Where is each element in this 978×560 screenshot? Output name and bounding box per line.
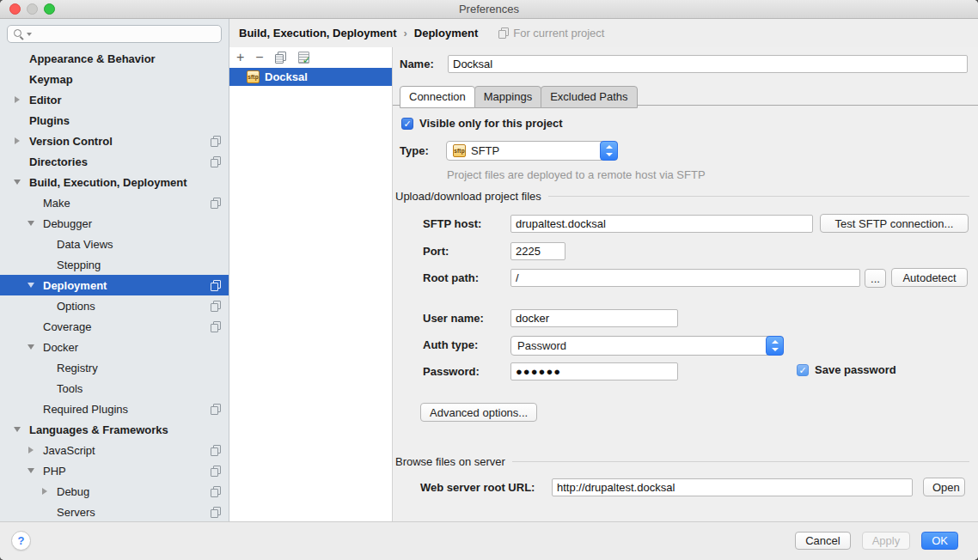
sidebar-item-editor[interactable]: Editor	[0, 89, 229, 110]
sidebar-item-debug[interactable]: Debug	[0, 481, 229, 502]
chevron-down-icon[interactable]	[14, 427, 21, 432]
sidebar-item-version-control[interactable]: Version Control	[0, 131, 229, 151]
dropdown-stepper-icon[interactable]	[600, 141, 618, 161]
sidebar-item-directories[interactable]: Directories	[0, 151, 229, 172]
chevron-down-icon[interactable]	[28, 468, 34, 473]
project-scope-icon	[211, 486, 221, 497]
sidebar-item-docker[interactable]: Docker	[0, 337, 229, 357]
search-options-caret-icon[interactable]	[27, 33, 32, 36]
breadcrumb-item[interactable]: Build, Execution, Deployment	[239, 27, 396, 40]
cancel-button[interactable]: Cancel	[795, 532, 850, 550]
project-scope-icon	[211, 321, 221, 332]
sidebar-item-tools[interactable]: Tools	[0, 378, 229, 399]
open-url-button[interactable]: Open	[923, 478, 965, 496]
chevron-right-icon[interactable]	[42, 488, 47, 495]
sidebar-item-label: JavaScript	[43, 444, 95, 457]
password-input[interactable]	[510, 362, 678, 380]
help-button[interactable]: ?	[11, 531, 31, 551]
tab-excluded-paths[interactable]: Excluded Paths	[541, 86, 637, 108]
sidebar-item-label: Stepping	[57, 259, 101, 271]
sidebar-item-languages-frameworks[interactable]: Languages & Frameworks	[0, 419, 229, 440]
root-path-input[interactable]	[510, 269, 860, 287]
sidebar-item-registry[interactable]: Registry	[0, 357, 229, 378]
browse-root-path-button[interactable]: ...	[865, 269, 886, 288]
visible-only-checkbox[interactable]: ✓ Visible only for this project	[401, 117, 563, 130]
sidebar-item-label: Editor	[29, 94, 62, 107]
sidebar-item-label: Debugger	[43, 217, 92, 230]
autodetect-button[interactable]: Autodetect	[891, 268, 968, 287]
user-name-label: User name:	[423, 309, 484, 327]
sidebar-item-plugins[interactable]: Plugins	[0, 110, 229, 131]
chevron-down-icon[interactable]	[28, 221, 34, 226]
ok-button[interactable]: OK	[921, 532, 958, 550]
apply-button[interactable]: Apply	[862, 532, 911, 550]
server-list-item[interactable]: sftp Docksal	[229, 68, 392, 86]
sidebar-item-make[interactable]: Make	[0, 192, 229, 213]
copy-server-button[interactable]	[275, 52, 286, 64]
checkbox-check-icon: ✓	[401, 118, 413, 130]
save-password-checkbox[interactable]: ✓ Save password	[797, 363, 896, 376]
sftp-icon: sftp	[247, 70, 260, 83]
tab-mappings[interactable]: Mappings	[474, 86, 541, 108]
auth-type-label: Auth type:	[423, 336, 478, 354]
sidebar-item-label: Tools	[57, 382, 83, 395]
sidebar-item-label: Build, Execution, Deployment	[29, 176, 186, 189]
connection-tabs: ConnectionMappingsExcluded Paths	[400, 86, 637, 108]
sidebar-item-stepping[interactable]: Stepping	[0, 254, 229, 275]
sftp-host-input[interactable]	[510, 215, 813, 233]
test-sftp-connection-button[interactable]: Test SFTP connection...	[820, 214, 969, 233]
sidebar-item-options[interactable]: Options	[0, 295, 229, 316]
sidebar-item-label: Plugins	[29, 114, 70, 127]
web-server-root-url-input[interactable]	[552, 478, 913, 496]
add-server-button[interactable]: +	[236, 52, 244, 64]
checkbox-check-icon: ✓	[797, 364, 809, 376]
sidebar-item-keymap[interactable]: Keymap	[0, 69, 229, 89]
chevron-right-icon[interactable]	[15, 137, 20, 144]
project-scope-icon	[211, 301, 221, 312]
sidebar-item-label: Servers	[57, 506, 95, 519]
upload-section-header: Upload/download project files	[395, 190, 969, 203]
chevron-right-icon[interactable]	[28, 447, 34, 453]
sidebar-item-servers[interactable]: Servers	[0, 502, 229, 522]
chevron-right-icon[interactable]	[15, 96, 20, 103]
remove-server-button[interactable]: −	[255, 52, 263, 64]
project-scope-icon	[211, 156, 221, 167]
sftp-icon: sftp	[453, 144, 466, 157]
type-dropdown[interactable]: sftp SFTP	[446, 141, 618, 161]
sidebar-item-php[interactable]: PHP	[0, 460, 229, 481]
advanced-options-button[interactable]: Advanced options...	[420, 403, 537, 422]
tab-connection[interactable]: Connection	[400, 86, 475, 108]
sidebar-item-javascript[interactable]: JavaScript	[0, 440, 229, 460]
name-input[interactable]	[448, 55, 968, 73]
chevron-down-icon[interactable]	[28, 344, 34, 350]
chevron-down-icon[interactable]	[14, 180, 21, 185]
port-input[interactable]	[510, 242, 565, 260]
user-name-input[interactable]	[510, 309, 678, 327]
sidebar-item-required-plugins[interactable]: Required Plugins	[0, 399, 229, 419]
type-label: Type:	[400, 142, 429, 160]
zoom-window-button[interactable]	[44, 3, 55, 15]
project-scope-icon	[211, 466, 221, 477]
auth-type-value: Password	[517, 339, 566, 352]
project-scope-icon	[211, 445, 221, 456]
auth-type-dropdown[interactable]: Password	[510, 336, 784, 356]
close-window-button[interactable]	[9, 3, 21, 15]
title-bar: Preferences	[0, 0, 978, 19]
root-path-label: Root path:	[423, 269, 479, 287]
sidebar-item-coverage[interactable]: Coverage	[0, 316, 229, 337]
sidebar-item-appearance-behavior[interactable]: Appearance & Behavior	[0, 48, 229, 69]
settings-search-input[interactable]	[7, 25, 222, 43]
type-help-text: Project files are deployed to a remote h…	[447, 168, 706, 181]
breadcrumb-item: Deployment	[414, 27, 478, 40]
sidebar-item-build-execution-deployment[interactable]: Build, Execution, Deployment	[0, 172, 229, 192]
settings-tree: Appearance & BehaviorKeymapEditorPlugins…	[0, 48, 229, 522]
use-as-default-button[interactable]	[297, 52, 309, 64]
chevron-down-icon[interactable]	[28, 283, 34, 288]
sidebar-item-deployment[interactable]: Deployment	[0, 275, 229, 295]
visible-only-label: Visible only for this project	[419, 117, 563, 130]
sidebar-item-debugger[interactable]: Debugger	[0, 213, 229, 234]
scope-label: For current project	[513, 27, 604, 40]
project-scope-icon	[211, 198, 221, 209]
sidebar-item-data-views[interactable]: Data Views	[0, 234, 229, 254]
dropdown-stepper-icon[interactable]	[766, 336, 784, 356]
